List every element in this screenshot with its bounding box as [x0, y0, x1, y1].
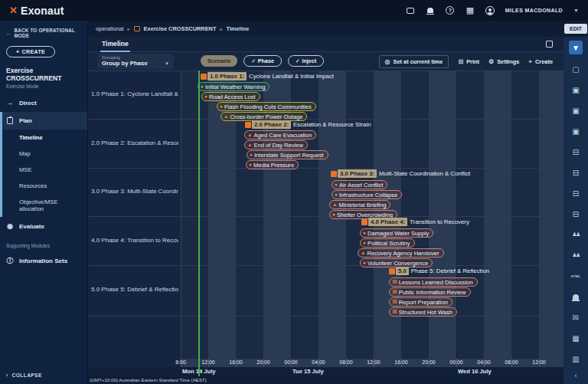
- phase-icon: [201, 74, 207, 80]
- bell-icon[interactable]: [569, 290, 583, 303]
- card-icon[interactable]: ▣: [569, 104, 583, 117]
- current-time-line: [198, 71, 200, 376]
- phase-bar[interactable]: 1.0 Phase 1:Cyclone Landfall & Initial I…: [201, 72, 334, 80]
- inject-pill[interactable]: ●Initial Weather Warning: [198, 82, 270, 91]
- document-icon[interactable]: ▢: [569, 63, 583, 75]
- inject-pill[interactable]: ●Political Scrutiny: [360, 238, 415, 248]
- chevron-right-icon: ▸: [220, 26, 222, 31]
- inject-pill[interactable]: ▲Recovery Agency Handover: [358, 248, 444, 258]
- inject-pill[interactable]: ▲Aged Care Evacuation: [244, 130, 316, 139]
- apps-icon[interactable]: ▦: [466, 6, 475, 15]
- axis-tick-label: 08:00: [335, 359, 358, 365]
- arrow-right-icon: →: [6, 99, 14, 107]
- sidebar-item-resources[interactable]: Resources: [0, 178, 87, 194]
- fullscreen-icon[interactable]: [546, 41, 553, 48]
- phase-icon: [331, 171, 337, 177]
- card-icon[interactable]: ▣: [569, 125, 583, 137]
- box-icon: ⊠: [392, 299, 397, 305]
- back-to-operational-mode[interactable]: ← BACK TO OPERATIONAL MODE: [0, 21, 87, 40]
- user-name[interactable]: MILES MACDONALD: [505, 8, 563, 13]
- create-button[interactable]: + CREATE: [6, 46, 55, 57]
- help-icon[interactable]: ?: [446, 6, 455, 15]
- html-icon[interactable]: HTML: [569, 270, 583, 282]
- mail-icon[interactable]: ✉: [569, 311, 583, 323]
- grouping-dropdown[interactable]: Grouping Group by Phase ▼: [97, 54, 174, 69]
- sidebar-item-map[interactable]: Map: [0, 146, 87, 162]
- tab-bar: Timeline: [88, 37, 564, 52]
- tab-timeline[interactable]: Timeline: [100, 37, 130, 52]
- sidebar-item-objective-mse-allocation[interactable]: Objective/MSE allocation: [0, 194, 87, 217]
- phase-bar[interactable]: 3.0 Phase 3:Multi-State Coordination & C…: [331, 169, 470, 178]
- chat-icon[interactable]: [406, 6, 415, 15]
- image-icon[interactable]: ▦: [569, 332, 583, 344]
- chip-scenario[interactable]: Scenario: [201, 55, 237, 67]
- archive-icon[interactable]: ⊟: [569, 187, 583, 199]
- inject-pill[interactable]: ▲End of Day Review: [244, 140, 308, 149]
- sidebar-item-evaluate[interactable]: ◉ Evaluate: [0, 217, 87, 235]
- row-label: 2.0 Phase 2: Escalation & Resource S..: [91, 139, 178, 146]
- person-icon: ●: [204, 94, 207, 100]
- inject-pill[interactable]: ●Interstate Support Request: [247, 150, 328, 159]
- chip-phase[interactable]: ✓Phase: [243, 55, 282, 67]
- plus-icon: +: [528, 58, 532, 65]
- row-label: 5.0 Phase 5: Debrief & Reflection: [91, 286, 178, 293]
- sidebar-item-mse[interactable]: MSE: [0, 162, 87, 178]
- inject-pill[interactable]: ●Road Access Lost: [201, 92, 260, 101]
- row-separator: [88, 168, 564, 169]
- sidebar-item-plan[interactable]: Plan: [0, 112, 87, 130]
- app-window: ✕ Exonaut ? ▦ MILES MACDONALD ▼ ← BACK T…: [0, 0, 588, 384]
- book-icon[interactable]: ▥: [569, 353, 583, 365]
- phase-bar[interactable]: 5.0Phase 5: Debrief & Reflection: [389, 267, 489, 275]
- inject-pill[interactable]: ●Damaged Water Supply: [360, 228, 433, 238]
- phase-bar[interactable]: 4.0 Phase 4:Transition to Recovery: [361, 218, 469, 226]
- inject-pill[interactable]: ⊠Structured Hot Wash: [389, 307, 457, 317]
- users-icon[interactable]: ♟♟: [569, 228, 583, 241]
- chevron-down-icon[interactable]: ▼: [573, 8, 579, 13]
- inject-pill[interactable]: ●Infrastructure Collapse: [332, 190, 402, 199]
- archive-icon[interactable]: ⊟: [569, 166, 583, 179]
- sidebar-item-timeline[interactable]: Timeline: [0, 130, 87, 146]
- axis-tick-label: 20:00: [417, 359, 440, 365]
- chip-inject[interactable]: ✓Inject: [288, 55, 324, 67]
- inject-pill[interactable]: ⊠Lessons Learned Discussion: [389, 277, 478, 287]
- toolbar-actions: ◎ Set at current time ⊟ Print ⚙ Settings…: [379, 52, 553, 71]
- create-inject-button[interactable]: + Create: [528, 58, 553, 65]
- rail-collapse-chevron[interactable]: ‹: [564, 372, 588, 379]
- main-area: operational ▸ Exercise CROSSCURRENT ▸ Ti…: [88, 21, 564, 384]
- set-at-current-time-button[interactable]: ◎ Set at current time: [379, 55, 449, 68]
- row-separator: [88, 71, 564, 71]
- sidebar-collapse-button[interactable]: ‹ COLLAPSE: [0, 366, 87, 384]
- print-button[interactable]: ⊟ Print: [458, 58, 479, 65]
- phase-bar[interactable]: 2.0 Phase 2:Escalation & Resource Strain: [245, 120, 371, 129]
- info-icon: ⓘ: [6, 256, 14, 266]
- sidebar-item-direct[interactable]: → Direct: [0, 94, 87, 112]
- inject-pill[interactable]: ⊠Public Information Review: [389, 287, 471, 297]
- users-icon[interactable]: ♟♟: [569, 249, 583, 261]
- archive-icon[interactable]: ⊟: [569, 146, 583, 158]
- axis-tick-label: 20:00: [252, 359, 275, 365]
- person-icon: ●: [249, 162, 252, 168]
- eye-icon: ◉: [6, 222, 14, 230]
- card-icon[interactable]: ▣: [569, 84, 583, 96]
- filter-icon[interactable]: ▼: [569, 41, 583, 54]
- inject-pill[interactable]: ⊠Report Preparation: [389, 297, 452, 307]
- bell-icon[interactable]: [426, 6, 435, 15]
- breadcrumb-operational[interactable]: operational: [96, 25, 124, 32]
- archive-icon[interactable]: ⊟: [569, 208, 583, 220]
- person-icon: ●: [220, 104, 223, 110]
- box-icon: ⊠: [392, 289, 397, 295]
- settings-button[interactable]: ⚙ Settings: [488, 58, 519, 65]
- inject-pill[interactable]: ●Air Asset Conflict: [332, 180, 387, 189]
- breadcrumb-exercise[interactable]: Exercise CROSSCURRENT: [144, 25, 217, 32]
- sidebar-item-information-sets[interactable]: ⓘ Information Sets: [0, 251, 87, 271]
- inject-pill[interactable]: ●Media Pressure: [246, 160, 299, 169]
- inject-pill[interactable]: ▲Ministerial Briefing: [329, 200, 390, 209]
- app-logo-text: Exonaut: [21, 5, 64, 17]
- avatar-icon[interactable]: [485, 6, 495, 15]
- edit-button[interactable]: EDIT: [564, 24, 587, 34]
- inject-pill[interactable]: ●Flash Flooding Cuts Communities: [217, 102, 316, 111]
- chevron-right-icon: ▸: [128, 26, 130, 31]
- app-logo[interactable]: ✕ Exonaut: [9, 5, 64, 17]
- person-icon: ●: [201, 84, 204, 90]
- breadcrumb-timeline[interactable]: Timeline: [227, 25, 250, 32]
